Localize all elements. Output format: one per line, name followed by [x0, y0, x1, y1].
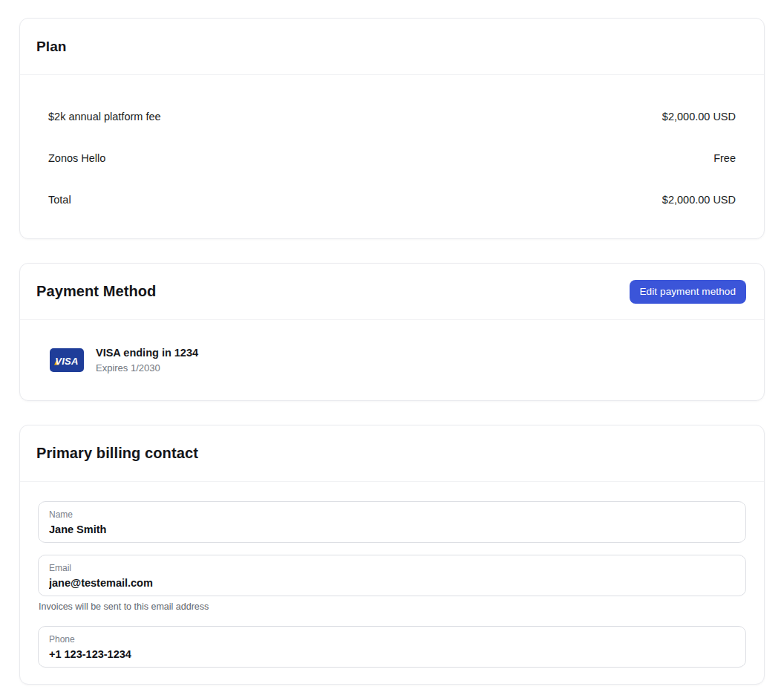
billing-contact-title: Primary billing contact: [36, 445, 198, 462]
card-expiration: Expires 1/2030: [96, 362, 198, 375]
billing-contact-form: Name Email Invoices will be sent to this…: [20, 482, 764, 684]
email-helper-text: Invoices will be sent to this email addr…: [39, 601, 746, 613]
visa-logo-icon: VISA: [50, 348, 84, 372]
svg-text:VISA: VISA: [55, 356, 79, 367]
plan-row-value: Free: [713, 152, 736, 164]
plan-line-items: $2k annual platform fee $2,000.00 USD Zo…: [20, 75, 764, 238]
phone-field-label: Phone: [49, 633, 735, 645]
edit-payment-button[interactable]: Edit payment method: [630, 280, 746, 304]
plan-row-platform-fee: $2k annual platform fee $2,000.00 USD: [48, 96, 736, 137]
plan-row-total: Total $2,000.00 USD: [48, 179, 736, 221]
payment-method-header: Payment Method Edit payment method: [20, 264, 764, 320]
plan-row-label: Zonos Hello: [48, 152, 105, 164]
phone-input[interactable]: [49, 645, 735, 662]
payment-method-title: Payment Method: [36, 283, 156, 300]
plan-card-header: Plan: [20, 19, 764, 75]
plan-row-value: $2,000.00 USD: [662, 194, 736, 206]
name-input[interactable]: [49, 521, 735, 537]
plan-row-value: $2,000.00 USD: [662, 111, 736, 123]
payment-method-card: Payment Method Edit payment method VISA …: [19, 263, 765, 401]
name-field-label: Name: [49, 509, 735, 521]
plan-row-label: Total: [48, 194, 71, 206]
card-summary: VISA ending in 1234: [96, 345, 198, 360]
plan-title: Plan: [36, 39, 67, 55]
billing-contact-card: Primary billing contact Name Email Invoi…: [19, 425, 765, 685]
billing-contact-header: Primary billing contact: [20, 425, 764, 482]
email-field-box[interactable]: Email: [38, 555, 746, 596]
name-field-box[interactable]: Name: [38, 501, 746, 543]
plan-card: Plan $2k annual platform fee $2,000.00 U…: [19, 18, 765, 239]
payment-method-details: VISA VISA ending in 1234 Expires 1/2030: [20, 320, 764, 400]
phone-field-box[interactable]: Phone: [38, 626, 746, 668]
email-field-label: Email: [49, 562, 735, 574]
plan-row-zonos-hello: Zonos Hello Free: [48, 137, 736, 179]
plan-row-label: $2k annual platform fee: [48, 111, 161, 123]
email-input[interactable]: [49, 574, 735, 590]
payment-card-text: VISA ending in 1234 Expires 1/2030: [96, 345, 198, 375]
